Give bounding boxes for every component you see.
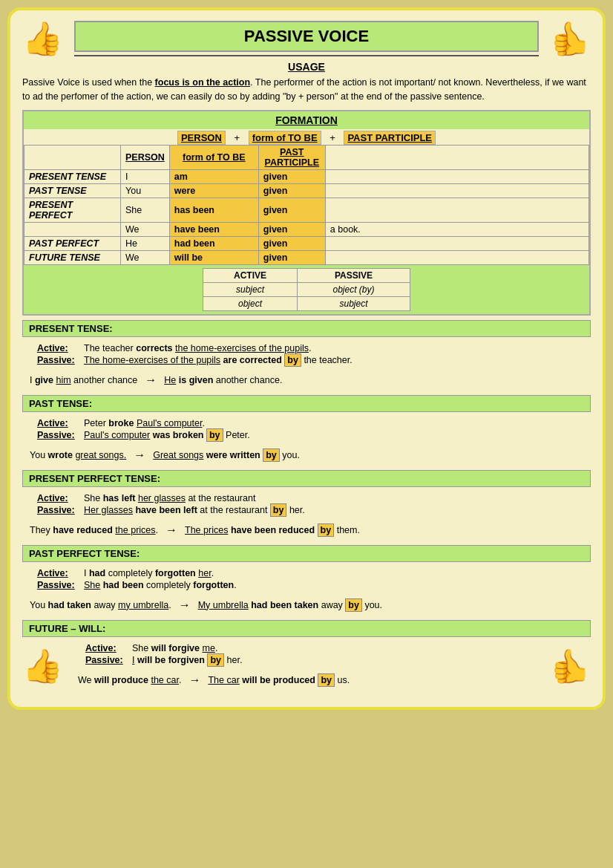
extra-3: a book. bbox=[325, 222, 589, 236]
extra-1 bbox=[325, 183, 589, 198]
present-active-text: The teacher corrects the home-exercises … bbox=[84, 343, 576, 353]
past-perfect-passive-label: Passive: bbox=[37, 580, 78, 590]
present-active-label: Active: bbox=[37, 343, 78, 353]
extra-0 bbox=[325, 169, 589, 183]
table-row: PRESENT PERFECT She has been given bbox=[24, 198, 589, 222]
present-passive-text: The home-exercises of the pupils are cor… bbox=[84, 355, 576, 365]
present-perfect-active-row: Active: She has left her glasses at the … bbox=[37, 493, 576, 503]
formula-person: PERSON bbox=[177, 131, 226, 145]
extra-2 bbox=[325, 198, 589, 222]
hdr-extra bbox=[325, 145, 589, 169]
table-row: PRESENT TENSE I am given bbox=[24, 169, 589, 183]
be-form-4: had been bbox=[169, 236, 258, 250]
participle-1: given bbox=[258, 183, 325, 198]
present-perfect-arrow-icon: → bbox=[165, 523, 177, 537]
future-active-row: Active: She will forgive me. bbox=[85, 643, 528, 653]
header-area: 👍 PASSIVE VOICE 👍 bbox=[22, 21, 591, 56]
future-passive-label: Passive: bbox=[85, 655, 126, 665]
ap-r1-c2: object (by) bbox=[297, 282, 410, 296]
present-perfect-examples: Active: She has left her glasses at the … bbox=[22, 492, 591, 518]
past-arrow-left: You wrote great songs. bbox=[30, 450, 126, 460]
future-active-text: She will forgive me. bbox=[132, 643, 528, 653]
past-active-label: Active: bbox=[37, 418, 78, 428]
participle-2: given bbox=[258, 198, 325, 222]
past-arrow-icon: → bbox=[134, 448, 145, 462]
present-arrow-row: I give him another chance → He is given … bbox=[22, 371, 591, 389]
tense-name-0: PRESENT TENSE bbox=[24, 169, 121, 183]
present-perfect-passive-row: Passive: Her glasses have been left at t… bbox=[37, 505, 576, 515]
present-examples: Active: The teacher corrects the home-ex… bbox=[22, 342, 591, 368]
tense-name-5: FUTURE TENSE bbox=[24, 250, 121, 264]
table-row: PAST PERFECT He had been given bbox=[24, 236, 589, 250]
present-passive-row: Passive: The home-exercises of the pupil… bbox=[37, 355, 576, 365]
past-passive-label: Passive: bbox=[37, 430, 78, 440]
past-perfect-active-label: Active: bbox=[37, 568, 78, 578]
present-perfect-active-text: She has left her glasses at the restaura… bbox=[84, 493, 576, 503]
tense-name-4: PAST PERFECT bbox=[24, 236, 121, 250]
main-title: PASSIVE VOICE bbox=[74, 21, 539, 52]
thumb-bottom-left: 👍 bbox=[22, 647, 63, 685]
tense-name-2: PRESENT PERFECT bbox=[24, 198, 121, 222]
future-arrow-right: The car will be produced by us. bbox=[208, 675, 350, 685]
present-perfect-arrow-right: The prices have been reduced by them. bbox=[185, 525, 360, 535]
page: 👍 PASSIVE VOICE 👍 USAGE Passive Voice is… bbox=[7, 7, 606, 710]
ap-r1-c1: subject bbox=[203, 282, 298, 296]
usage-text-1: Passive Voice is used when the bbox=[22, 77, 155, 88]
extra-5 bbox=[325, 250, 589, 264]
title-underline bbox=[74, 55, 539, 56]
present-active-row: Active: The teacher corrects the home-ex… bbox=[37, 343, 576, 353]
present-arrow-left: I give him another chance bbox=[30, 375, 137, 385]
formation-box: FORMATION PERSON + form of TO BE + PAST … bbox=[22, 110, 591, 316]
tense-sections: PRESENT TENSE: Active: The teacher corre… bbox=[22, 320, 591, 614]
past-examples: Active: Peter broke Paul's computer. Pas… bbox=[22, 417, 591, 443]
bottom-area: 👍 Active: She will forgive me. Passive: … bbox=[22, 642, 591, 691]
past-perfect-header: PAST PERFECT TENSE: bbox=[22, 545, 591, 562]
present-header: PRESENT TENSE: bbox=[22, 320, 591, 337]
past-passive-text: Paul's computer was broken by Peter. bbox=[84, 430, 576, 440]
future-passive-text: I will be forgiven by her. bbox=[132, 655, 528, 665]
ap-row-2: object subject bbox=[203, 296, 410, 310]
hdr-be: form of TO BE bbox=[169, 145, 258, 169]
person-0: I bbox=[121, 169, 170, 183]
past-arrow-row: You wrote great songs. → Great songs wer… bbox=[22, 446, 591, 464]
present-passive-label: Passive: bbox=[37, 355, 78, 365]
past-header: PAST TENSE: bbox=[22, 395, 591, 412]
be-form-2: has been bbox=[169, 198, 258, 222]
table-header-row: PERSON form of TO BE PAST PARTICIPLE bbox=[24, 145, 589, 169]
future-arrow-icon: → bbox=[189, 673, 200, 687]
thumb-left-icon: 👍 bbox=[22, 19, 63, 58]
be-form-5: will be bbox=[169, 250, 258, 264]
future-examples: Active: She will forgive me. Passive: I … bbox=[71, 642, 542, 668]
tense-table: PERSON form of TO BE PAST PARTICIPLE PRE… bbox=[24, 145, 589, 265]
present-arrow-icon: → bbox=[145, 373, 157, 387]
person-4: He bbox=[121, 236, 170, 250]
hdr-pp: PAST PARTICIPLE bbox=[258, 145, 325, 169]
formula-plus2: + bbox=[330, 132, 335, 143]
past-active-text: Peter broke Paul's computer. bbox=[84, 418, 576, 428]
future-arrow-row: We will produce the car. → The car will … bbox=[71, 671, 542, 689]
future-arrow-left: We will produce the car. bbox=[78, 675, 181, 685]
extra-4 bbox=[325, 236, 589, 250]
usage-bold: focus is on the action bbox=[155, 77, 251, 88]
participle-5: given bbox=[258, 250, 325, 264]
ap-r2-c2: subject bbox=[297, 296, 410, 310]
formula-be: form of TO BE bbox=[249, 131, 321, 145]
present-perfect-header: PRESENT PERFECT TENSE: bbox=[22, 470, 591, 487]
person-2: She bbox=[121, 198, 170, 222]
future-header: FUTURE – WILL: bbox=[22, 620, 591, 637]
past-passive-row: Passive: Paul's computer was broken by P… bbox=[37, 430, 576, 440]
tense-name-3 bbox=[24, 222, 121, 236]
table-row: PAST TENSE You were given bbox=[24, 183, 589, 198]
past-perfect-active-row: Active: I had completely forgotten her. bbox=[37, 568, 576, 578]
future-active-label: Active: bbox=[85, 643, 126, 653]
formula-plus1: + bbox=[234, 132, 240, 143]
present-perfect-arrow-row: They have reduced the prices. → The pric… bbox=[22, 521, 591, 539]
tense-section-present-perfect: PRESENT PERFECT TENSE: Active: She has l… bbox=[22, 470, 591, 539]
tense-section-present: PRESENT TENSE: Active: The teacher corre… bbox=[22, 320, 591, 389]
tense-tbody: PRESENT TENSE I am given PAST TENSE You … bbox=[24, 169, 589, 264]
future-section: FUTURE – WILL: 👍 Active: She will forgiv… bbox=[22, 620, 591, 691]
table-row: We have been given a book. bbox=[24, 222, 589, 236]
thumb-right-icon: 👍 bbox=[550, 19, 591, 58]
ap-header-row: ACTIVE PASSIVE bbox=[203, 268, 410, 282]
present-perfect-passive-label: Passive: bbox=[37, 505, 78, 515]
